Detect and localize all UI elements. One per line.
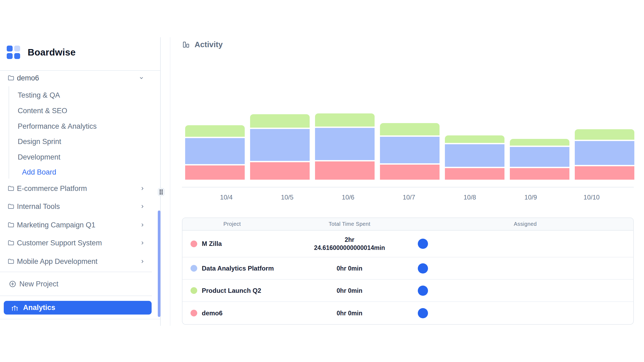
logo-divider (0, 70, 160, 71)
folder-icon (8, 239, 14, 246)
sidebar-board-item[interactable]: Development (0, 151, 140, 163)
sidebar-project-item[interactable]: E-commerce Platform (0, 182, 150, 195)
board-item-label: Development (18, 153, 60, 161)
sidebar-project-item[interactable]: Internal Tools (0, 200, 150, 213)
app-logo-row: Boardwise (7, 46, 76, 59)
folder-icon (8, 185, 14, 192)
bar-segment-red (445, 168, 504, 180)
bar-segment-red (575, 166, 634, 180)
table-row: Product Launch Q2 0hr 0min (182, 280, 633, 302)
folder-icon (8, 258, 14, 265)
new-project-label: New Project (19, 280, 58, 288)
assigned-cell (417, 263, 633, 274)
sidebar-project-label: demo6 (17, 74, 39, 82)
x-axis-label: 10/5 (257, 194, 318, 201)
time-line: 24.616000000000014min (282, 244, 417, 252)
board-item-label: Testing & QA (18, 91, 60, 99)
project-color-dot (191, 310, 197, 316)
board-item-label: Performance & Analytics (18, 122, 97, 131)
sidebar-bottom-divider (0, 319, 160, 319)
analytics-label: Analytics (23, 304, 55, 312)
section-divider (0, 295, 152, 296)
folder-icon (8, 203, 14, 210)
project-cell: demo6 (182, 309, 282, 317)
table-row: Data Analytics Platform 0hr 0min (182, 257, 633, 280)
bar-segment-blue (445, 144, 504, 167)
table-header-row: ProjectTotal Time SpentAssigned (182, 218, 633, 231)
logo-square (7, 53, 13, 59)
boardwise-app: Boardwise demo6 Testing & QA Content & S… (0, 0, 644, 362)
table-body: M Zilla 2hr24.616000000000014min Data An… (182, 231, 633, 324)
add-board-button[interactable]: Add Board (0, 166, 107, 178)
chevron-right-icon (140, 241, 145, 245)
x-axis-label: 10/7 (379, 194, 440, 201)
bar-segment-red (185, 165, 245, 180)
sidebar-board-item[interactable]: Performance & Analytics (0, 120, 140, 132)
panel-resize-handle[interactable] (158, 188, 164, 196)
assigned-cell (417, 286, 633, 296)
stacked-bar-10/9[interactable] (510, 139, 569, 180)
stacked-bar-10/7[interactable] (380, 123, 440, 180)
logo-square (7, 46, 13, 51)
time-spent-cell: 0hr 0min (282, 287, 417, 295)
chevron-right-icon (140, 204, 145, 209)
time-spent-cell: 0hr 0min (282, 309, 417, 317)
activity-header: Activity (182, 40, 223, 49)
bar-segment-blue (185, 138, 245, 164)
project-cell: M Zilla (182, 240, 282, 248)
project-color-dot (191, 287, 197, 294)
chevron-right-icon (140, 223, 145, 227)
bar-segment-red (250, 162, 310, 180)
x-axis-label: 10/9 (500, 194, 561, 201)
sidebar-board-item[interactable]: Design Sprint (0, 136, 140, 147)
logo-square (14, 46, 20, 51)
chevron-right-icon (140, 259, 145, 264)
stacked-bar-10/5[interactable] (250, 114, 310, 180)
sidebar-project-item[interactable]: Customer Support System (0, 237, 150, 249)
chart-axis-line (182, 187, 634, 187)
bar-segment-green (250, 114, 310, 128)
bar-segment-green (185, 125, 245, 137)
sidebar-project-label: Marketing Campaign Q1 (17, 221, 96, 229)
time-line: 0hr 0min (282, 264, 417, 272)
brand-name: Boardwise (28, 47, 76, 58)
time-line: 0hr 0min (282, 309, 417, 317)
new-project-button[interactable]: New Project (0, 278, 150, 290)
table-row: demo6 0hr 0min (182, 302, 633, 324)
bar-segment-green (575, 129, 634, 140)
bar-segment-green (510, 139, 569, 146)
board-item-label: Design Sprint (18, 138, 61, 146)
bar-segment-green (315, 113, 375, 127)
project-name: M Zilla (202, 240, 222, 248)
sidebar-board-item[interactable]: Content & SEO (0, 105, 140, 117)
bar-segment-blue (575, 141, 634, 165)
time-spent-cell: 0hr 0min (282, 264, 417, 272)
project-cell: Product Launch Q2 (182, 287, 282, 294)
time-line: 2hr (282, 236, 417, 244)
sidebar-project-label: E-commerce Platform (17, 184, 87, 193)
stacked-bar-10/6[interactable] (315, 113, 375, 180)
x-axis-label: 10/4 (196, 194, 257, 201)
chevron-right-icon (140, 186, 145, 191)
time-line: 0hr 0min (282, 287, 417, 295)
sidebar-board-item[interactable]: Testing & QA (0, 89, 140, 101)
assignee-avatar (418, 263, 428, 274)
bar-segment-green (380, 123, 440, 135)
column-header: Project (182, 221, 282, 227)
stacked-bar-10/10[interactable] (575, 129, 634, 180)
column-header: Total Time Spent (282, 221, 417, 227)
project-color-dot (191, 265, 197, 272)
sidebar-project-label: Internal Tools (17, 202, 60, 211)
sidebar-scrollbar-thumb[interactable] (158, 210, 160, 317)
bar-chart-icon (182, 40, 190, 49)
project-time-table: ProjectTotal Time SpentAssigned M Zilla … (182, 217, 634, 325)
sidebar-item-analytics-active[interactable]: Analytics (4, 301, 152, 315)
sidebar-project-item[interactable]: Mobile App Development (0, 255, 150, 268)
stacked-bar-10/4[interactable] (185, 125, 245, 180)
assigned-cell (417, 308, 633, 318)
sidebar-project-demo6[interactable]: demo6 (0, 72, 150, 84)
section-divider (0, 272, 152, 272)
stacked-bar-10/8[interactable] (445, 135, 504, 180)
sidebar-project-item[interactable]: Marketing Campaign Q1 (0, 219, 150, 231)
x-axis-label: 10/10 (561, 194, 622, 201)
